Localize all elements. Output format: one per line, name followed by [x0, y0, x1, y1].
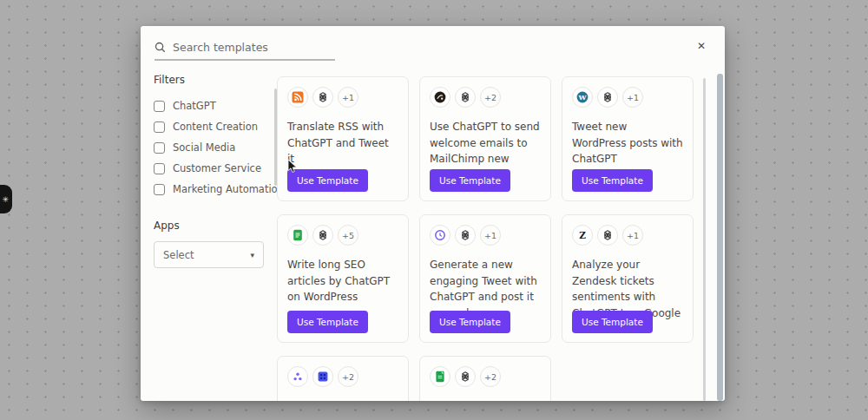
filter-label: ChatGPT — [173, 100, 216, 112]
close-icon[interactable]: ✕ — [694, 38, 709, 54]
extra-apps-badge: +2 — [480, 366, 501, 387]
template-card[interactable]: +5 Write long SEO articles by ChatGPT on… — [277, 214, 409, 343]
svg-text:Z: Z — [579, 230, 586, 240]
canvas-node-chatgpt: ✳ — [0, 185, 12, 213]
chatgpt-icon — [455, 87, 476, 108]
chatgpt-node-icon: ✳ — [2, 195, 9, 204]
search-icon — [155, 42, 166, 53]
filter-checkbox[interactable] — [154, 101, 165, 112]
card-icon-row: +2 — [430, 366, 541, 387]
filters-title: Filters — [154, 74, 277, 86]
filter-item-chatgpt[interactable]: ChatGPT — [154, 95, 277, 116]
chatgpt-icon — [455, 366, 476, 387]
card-icon-row: +2 — [287, 366, 398, 387]
extra-apps-badge: +5 — [338, 225, 358, 246]
template-card[interactable]: +2 Use Template — [419, 356, 551, 401]
extra-apps-badge: +1 — [622, 87, 643, 108]
template-card[interactable]: Z+1 Analyze your Zendesk tickets sentime… — [562, 214, 694, 343]
extra-apps-badge: +1 — [622, 225, 643, 246]
filter-item-marketing-automation[interactable]: Marketing Automation — [154, 179, 277, 200]
card-title: Translate RSS with ChatGPT and Tweet it — [287, 119, 398, 167]
chatgpt-icon — [597, 87, 618, 108]
use-template-button[interactable]: Use Template — [430, 169, 510, 192]
modal-scrollbar[interactable] — [717, 74, 723, 401]
extra-apps-badge: +2 — [480, 87, 501, 108]
use-template-button[interactable]: Use Template — [572, 311, 653, 333]
sheets-green-icon — [430, 366, 450, 387]
apps-title: Apps — [154, 220, 277, 232]
card-icon-row: +1 — [287, 87, 398, 108]
filter-label: Social Media — [173, 141, 235, 154]
templates-grid: +1 Translate RSS with ChatGPT and Tweet … — [277, 76, 694, 401]
card-icon-row: +2 — [430, 87, 541, 108]
card-icon-row: +1 — [430, 225, 541, 246]
use-template-button[interactable]: Use Template — [287, 311, 368, 333]
apps-select-value: Select — [163, 249, 250, 261]
filters-list: ChatGPT Content Creation Social Media Cu… — [154, 95, 277, 200]
rss-icon — [287, 87, 308, 108]
cluster-purple-icon — [287, 366, 308, 387]
template-card[interactable]: +1 Translate RSS with ChatGPT and Tweet … — [277, 76, 409, 201]
template-card[interactable]: +2 Use ChatGPT to send welcome emails to… — [419, 76, 551, 201]
mailchimp-icon — [430, 87, 450, 108]
use-template-button[interactable]: Use Template — [572, 169, 653, 192]
filter-label: Marketing Automation — [173, 183, 284, 195]
use-template-button[interactable]: Use Template — [430, 311, 510, 333]
filter-checkbox[interactable] — [154, 184, 165, 195]
extra-apps-badge: +1 — [480, 225, 501, 246]
templates-modal: ✕ Filters ChatGPT Content Creation Socia… — [141, 26, 725, 401]
apps-select[interactable]: Select ▾ — [154, 241, 264, 268]
search-input[interactable] — [173, 41, 335, 54]
card-title: Tweet new WordPress posts with ChatGPT — [572, 119, 683, 167]
card-icon-row: W+1 — [572, 87, 683, 108]
template-card[interactable]: +1 Generate a new engaging Tweet with Ch… — [419, 214, 551, 343]
app-grid-blue-icon — [312, 366, 333, 387]
template-card[interactable]: W+1 Tweet new WordPress posts with ChatG… — [562, 76, 694, 201]
filter-checkbox[interactable] — [154, 142, 165, 154]
template-card[interactable]: +2 Use Template — [277, 356, 409, 401]
chatgpt-icon — [312, 87, 333, 108]
chatgpt-icon — [597, 225, 618, 246]
filters-sidebar: Filters ChatGPT Content Creation Social … — [154, 62, 277, 401]
apps-section: Apps Select ▾ — [154, 220, 277, 268]
modal-body: Filters ChatGPT Content Creation Social … — [141, 62, 725, 401]
schedule-icon — [430, 225, 450, 246]
grid-scrollbar[interactable] — [703, 78, 706, 401]
filter-label: Customer Service — [173, 162, 261, 174]
filter-item-social-media[interactable]: Social Media — [154, 137, 277, 158]
filter-item-customer-service[interactable]: Customer Service — [154, 158, 277, 179]
extra-apps-badge: +2 — [338, 366, 358, 387]
docs-green-icon — [287, 225, 308, 246]
wordpress-icon: W — [572, 87, 593, 108]
filter-checkbox[interactable] — [154, 121, 165, 133]
modal-header: ✕ — [141, 26, 725, 62]
chevron-down-icon: ▾ — [250, 251, 254, 259]
card-icon-row: +5 — [287, 225, 398, 246]
extra-apps-badge: +1 — [338, 87, 358, 108]
search-field[interactable] — [155, 35, 335, 61]
chatgpt-icon — [312, 225, 333, 246]
svg-text:W: W — [578, 93, 588, 102]
filter-checkbox[interactable] — [154, 163, 165, 174]
use-template-button[interactable]: Use Template — [287, 169, 368, 192]
filter-item-content-creation[interactable]: Content Creation — [154, 116, 277, 137]
zendesk-icon: Z — [572, 225, 593, 246]
card-icon-row: Z+1 — [572, 225, 683, 246]
filter-label: Content Creation — [173, 121, 258, 133]
card-title: Write long SEO articles by ChatGPT on Wo… — [287, 257, 398, 305]
chatgpt-icon — [455, 225, 476, 246]
